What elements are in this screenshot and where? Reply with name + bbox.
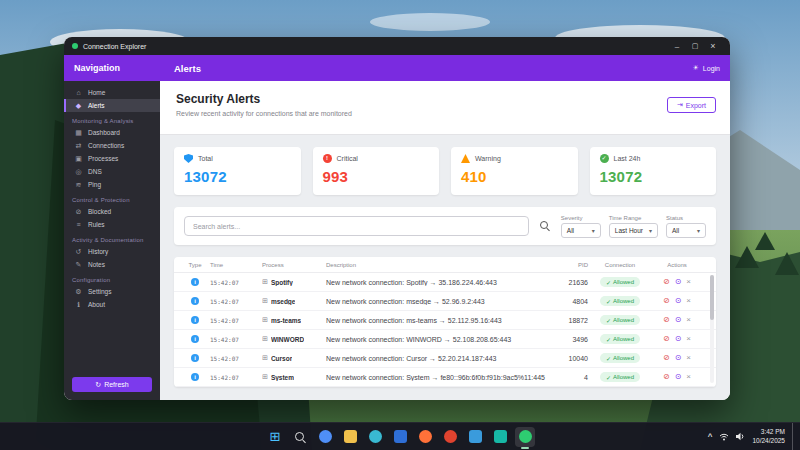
table-row[interactable]: 15:42:07 Cursor New network connection: …: [174, 349, 716, 368]
search-input[interactable]: [184, 216, 529, 236]
export-button[interactable]: Export: [667, 97, 716, 113]
watch-icon[interactable]: [675, 297, 682, 305]
search-button[interactable]: [537, 218, 553, 234]
time-range-select[interactable]: Last Hour: [609, 223, 658, 238]
stat-label: Last 24h: [614, 155, 641, 162]
stats-row: Total 13072 Critical 993 Warning 410 Las…: [174, 147, 716, 195]
status-badge: Allowed: [600, 372, 640, 382]
sidebar-item[interactable]: ◎ DNS: [64, 165, 160, 178]
status-badge: Allowed: [600, 296, 640, 306]
block-icon[interactable]: [663, 335, 670, 343]
page-header-title: Alerts: [160, 63, 201, 74]
show-desktop-button[interactable]: [792, 423, 796, 450]
sidebar-item[interactable]: ⊘ Blocked: [64, 205, 160, 218]
watch-icon[interactable]: [675, 335, 682, 343]
start-icon[interactable]: [265, 427, 285, 447]
table-row[interactable]: 15:42:07 Spotify New network connection:…: [174, 273, 716, 292]
brave-icon[interactable]: [440, 427, 460, 447]
severity-select[interactable]: All: [561, 223, 601, 238]
stat-icon: [184, 154, 193, 163]
row-description: New network connection: WINWORD → 52.108…: [326, 336, 546, 343]
row-pid: 3496: [546, 336, 588, 343]
outlook-icon[interactable]: [390, 427, 410, 447]
sidebar-item[interactable]: ⇄ Connections: [64, 139, 160, 152]
sidebar-section-label: Configuration: [64, 271, 160, 285]
minimize-button[interactable]: [668, 37, 686, 55]
stat-label: Total: [198, 155, 213, 162]
stat-card: Warning 410: [451, 147, 578, 195]
status-badge: Allowed: [600, 334, 640, 344]
login-button[interactable]: Login: [693, 64, 720, 72]
sidebar-item[interactable]: ▣ Processes: [64, 152, 160, 165]
dismiss-icon[interactable]: [686, 297, 691, 305]
table-row[interactable]: 15:42:07 WINWORD New network connection:…: [174, 330, 716, 349]
sidebar-item-icon: ⚙: [74, 288, 83, 296]
sidebar-item[interactable]: ≡ Rules: [64, 218, 160, 231]
sidebar-item[interactable]: ✎ Notes: [64, 258, 160, 271]
table-row[interactable]: 15:42:07 msedge New network connection: …: [174, 292, 716, 311]
row-pid: 18872: [546, 317, 588, 324]
firefox-icon[interactable]: [415, 427, 435, 447]
watch-icon[interactable]: [675, 278, 682, 286]
dismiss-icon[interactable]: [686, 278, 691, 286]
window-icon: [262, 373, 268, 381]
block-icon[interactable]: [663, 354, 670, 362]
sidebar-item[interactable]: ⌂ Home: [64, 86, 160, 99]
block-icon[interactable]: [663, 278, 670, 286]
status-value: All: [672, 227, 679, 234]
sidebar-item[interactable]: ⚙ Settings: [64, 285, 160, 298]
stat-label: Warning: [475, 155, 501, 162]
code-icon[interactable]: [465, 427, 485, 447]
stat-card: Total 13072: [174, 147, 301, 195]
header-type: Type: [180, 262, 210, 268]
sidebar-item[interactable]: ℹ About: [64, 298, 160, 311]
dismiss-icon[interactable]: [686, 316, 691, 324]
store-icon[interactable]: [490, 427, 510, 447]
window-titlebar[interactable]: Connection Explorer: [64, 37, 730, 55]
app-logo-icon: [72, 43, 78, 49]
watch-icon[interactable]: [675, 316, 682, 324]
stat-icon: [461, 154, 470, 163]
stat-value: 13072: [600, 168, 707, 185]
status-select[interactable]: All: [666, 223, 706, 238]
window-icon: [262, 297, 268, 305]
taskbar-clock[interactable]: 3:42 PM 10/24/2025: [752, 428, 785, 445]
search-icon[interactable]: [290, 427, 310, 447]
connection-explorer-icon[interactable]: [515, 427, 535, 447]
close-button[interactable]: [704, 37, 722, 55]
wifi-icon[interactable]: [719, 433, 729, 441]
volume-icon[interactable]: [736, 432, 745, 441]
window-icon: [262, 354, 268, 362]
table-row[interactable]: 15:42:07 ms-teams New network connection…: [174, 311, 716, 330]
status-badge: Allowed: [600, 353, 640, 363]
login-label: Login: [703, 65, 720, 72]
maximize-button[interactable]: [686, 37, 704, 55]
sidebar-item-icon: ▣: [74, 155, 83, 163]
block-icon[interactable]: [663, 297, 670, 305]
sidebar-item[interactable]: ↺ History: [64, 245, 160, 258]
edge-icon[interactable]: [365, 427, 385, 447]
row-process: ms-teams: [271, 317, 301, 324]
sidebar-item[interactable]: ▦ Dashboard: [64, 126, 160, 139]
theme-toggle-icon: [693, 64, 699, 72]
dismiss-icon[interactable]: [686, 335, 691, 343]
sidebar-item-label: Home: [88, 89, 105, 96]
file-explorer-icon[interactable]: [340, 427, 360, 447]
block-icon[interactable]: [663, 316, 670, 324]
sidebar-item[interactable]: ◆ Alerts: [64, 99, 160, 112]
widgets-icon[interactable]: [315, 427, 335, 447]
main-content: Security Alerts Review recent activity f…: [160, 81, 730, 400]
block-icon[interactable]: [663, 373, 670, 381]
watch-icon[interactable]: [675, 373, 682, 381]
dismiss-icon[interactable]: [686, 354, 691, 362]
tray-chevron-up-icon[interactable]: ^: [708, 432, 713, 441]
sidebar-item[interactable]: ≋ Ping: [64, 178, 160, 191]
header-pid: PID: [546, 262, 588, 268]
table-row[interactable]: 15:42:07 System New network connection: …: [174, 368, 716, 387]
nav-header-title: Navigation: [64, 63, 160, 73]
refresh-button[interactable]: Refresh: [72, 377, 152, 392]
row-time: 15:42:07: [210, 355, 262, 362]
watch-icon[interactable]: [675, 354, 682, 362]
dismiss-icon[interactable]: [686, 373, 691, 381]
table-scrollbar-thumb[interactable]: [710, 275, 714, 320]
